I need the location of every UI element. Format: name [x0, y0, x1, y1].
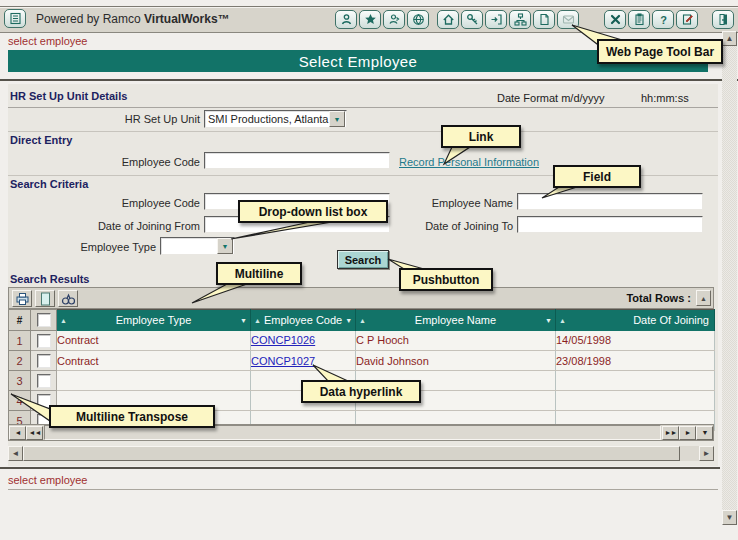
date-of-joining-to-input[interactable]	[517, 216, 703, 233]
help-button[interactable]: ?	[652, 10, 674, 29]
document-button[interactable]	[533, 10, 555, 29]
row-select-cell	[31, 371, 57, 391]
column-header-date-of-joining[interactable]: ▲Date Of Joining	[556, 310, 715, 331]
print-button[interactable]	[12, 290, 32, 307]
globe-button[interactable]	[407, 10, 429, 29]
org-chart-button[interactable]	[509, 10, 531, 29]
person-query-icon	[388, 13, 401, 26]
hscroll-left-button[interactable]: ◄	[8, 446, 23, 461]
grid-scroll-down-button[interactable]: ▼	[696, 426, 713, 440]
app-window: Powered by Ramco VirtualWorks™	[0, 0, 738, 540]
hscroll-right-button[interactable]: ►	[699, 446, 714, 461]
double-arrow-left-icon: ◄◄	[29, 429, 41, 436]
row-number[interactable]: 3	[9, 371, 31, 391]
person-query-button[interactable]	[383, 10, 405, 29]
select-all-checkbox[interactable]	[37, 313, 51, 327]
grid-nav-next-page-button[interactable]: ►►	[662, 426, 679, 440]
section-hr-setup: HR Set Up Unit Details	[8, 88, 718, 108]
employee-code-link[interactable]: CONCP1027	[251, 355, 315, 367]
arrow-up-icon: ▲	[726, 34, 734, 43]
cell-employee-name: C P Hooch	[356, 331, 556, 351]
row-number[interactable]: 2	[9, 351, 31, 371]
key-icon	[466, 13, 479, 26]
clipboard-button[interactable]	[628, 10, 650, 29]
toolbar-group-navigation	[437, 7, 579, 32]
find-button[interactable]	[58, 290, 78, 307]
row-checkbox[interactable]	[37, 354, 51, 368]
grid-nav-last-button[interactable]: ►	[679, 426, 696, 440]
search-button[interactable]: Search	[337, 250, 389, 269]
sign-out-door-button[interactable]	[485, 10, 507, 29]
new-page-button[interactable]	[35, 290, 55, 307]
employee-code-link[interactable]: CONCP1026	[251, 334, 315, 346]
cell-employee-code: CONCP1027	[251, 351, 356, 371]
key-button[interactable]	[461, 10, 483, 29]
divider	[0, 467, 720, 469]
envelope-button[interactable]	[557, 10, 579, 29]
column-header-employee-name[interactable]: ▲Employee Name▼	[356, 310, 556, 331]
hr-setup-unit-dropdown[interactable]: SMI Productions, Atlanta ▼	[204, 110, 347, 128]
svg-text:?: ?	[660, 14, 667, 26]
direct-entry-employee-code-input[interactable]	[204, 152, 390, 169]
toolbar-group-user	[335, 7, 429, 32]
row-select-cell	[31, 351, 57, 371]
section-search-results: Search Results	[8, 271, 718, 288]
employee-type-dropdown[interactable]: ▼	[160, 237, 235, 255]
row-number[interactable]: 1	[9, 331, 31, 351]
employee-type-label: Employee Type	[0, 241, 156, 253]
time-format-label: hh:mm:ss	[641, 92, 689, 104]
hscroll-thumb[interactable]	[23, 446, 680, 461]
grid-scroll-up-button[interactable]: ▲	[696, 290, 711, 306]
star-favorites-button[interactable]	[359, 10, 381, 29]
row-checkbox[interactable]	[37, 334, 51, 348]
record-personal-information-link[interactable]: Record Personal Information	[399, 156, 539, 168]
section-title-direct-entry: Direct Entry	[10, 134, 72, 146]
section-title-search-criteria: Search Criteria	[10, 178, 88, 190]
column-header-employee-code[interactable]: ▲Employee Code▼	[251, 310, 356, 331]
grid-nav-first-button[interactable]: ◄	[9, 426, 26, 440]
grid-nav-prev-page-button[interactable]: ◄◄	[26, 426, 43, 440]
chevron-down-icon[interactable]: ▼	[329, 111, 345, 127]
callout-label: Multiline Transpose	[76, 410, 188, 424]
callout-drop-down-list-box: Drop-down list box	[238, 200, 388, 223]
row-number[interactable]: 4	[9, 391, 31, 411]
callout-multiline: Multiline	[216, 262, 302, 285]
column-header-label: Employee Type	[70, 314, 237, 326]
callout-label: Multiline	[235, 267, 284, 281]
column-dropdown-icon[interactable]: ▼	[545, 317, 552, 324]
callout-web-page-tool-bar: Web Page Tool Bar	[597, 39, 723, 64]
close-button[interactable]	[604, 10, 626, 29]
callout-label: Data hyperlink	[320, 385, 403, 399]
exit-icon	[717, 13, 730, 26]
sort-asc-icon: ▲	[559, 317, 566, 324]
date-of-joining-from-label: Date of Joining From	[0, 220, 200, 232]
person-button[interactable]	[335, 10, 357, 29]
globe-icon	[412, 13, 425, 26]
cell-employee-type: Contract	[57, 331, 251, 351]
brand-text: Powered by Ramco VirtualWorks™	[36, 7, 230, 32]
cell-date-of-joining: 23/08/1998	[556, 351, 715, 371]
table-row: 1 Contract CONCP1026 C P Hooch 14/05/199…	[9, 331, 715, 351]
total-rows-label: Total Rows :	[626, 292, 691, 304]
chevron-down-icon[interactable]: ▼	[217, 238, 233, 254]
column-header-label: Date Of Joining	[569, 314, 711, 326]
page-vertical-scrollbar[interactable]	[722, 31, 737, 525]
new-page-icon	[38, 292, 53, 306]
column-dropdown-icon[interactable]: ▼	[240, 317, 247, 324]
home-icon	[442, 13, 455, 26]
vscroll-up-button[interactable]: ▲	[722, 31, 737, 46]
menu-page-button[interactable]	[4, 9, 26, 28]
home-button[interactable]	[437, 10, 459, 29]
web-page-toolbar: Powered by Ramco VirtualWorks™	[0, 6, 738, 33]
row-checkbox[interactable]	[37, 374, 51, 388]
column-dropdown-icon[interactable]: ▼	[345, 317, 352, 324]
close-x-icon	[609, 13, 622, 26]
vscroll-down-button[interactable]: ▼	[722, 510, 737, 525]
exit-button[interactable]	[712, 10, 734, 29]
edit-note-button[interactable]	[676, 10, 698, 29]
search-employee-name-input[interactable]	[517, 193, 703, 210]
hscroll-track[interactable]	[680, 446, 699, 461]
person-icon	[340, 13, 353, 26]
column-header-employee-type[interactable]: ▲Employee Type▼	[57, 310, 251, 331]
section-title-search-results: Search Results	[10, 273, 89, 285]
